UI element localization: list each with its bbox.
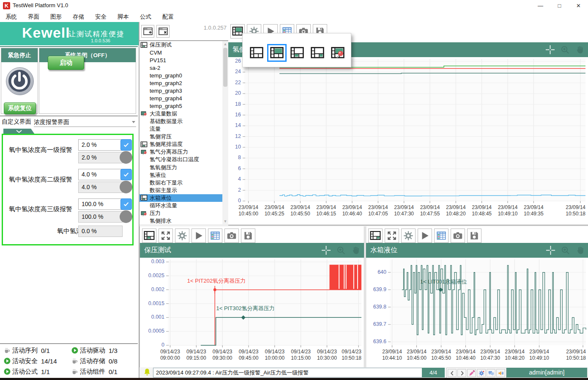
play-button[interactable] [418, 229, 432, 243]
list-item-氢侧尾排温度[interactable]: 氢侧尾排温度 [139, 140, 222, 148]
list-item-CVM[interactable]: CVM [139, 49, 222, 56]
current-user-badge[interactable]: admin[admin] [506, 368, 587, 377]
list-item-氢氧侧压力[interactable]: 氢氧侧压力 [139, 164, 222, 171]
chart-annotation: 1< PIT202氧分离器压力 [187, 277, 246, 285]
start-button[interactable]: 启动 [48, 56, 84, 70]
activity-count: 14/14 [41, 358, 57, 365]
hand-icon[interactable] [351, 245, 361, 255]
system-reset-button[interactable]: 系统复位 [4, 102, 36, 114]
playcircle-icon [3, 368, 11, 375]
layout-option-main[interactable] [267, 44, 287, 62]
list-item-基础数据显示[interactable]: 基础数据显示 [139, 118, 222, 125]
zoom-icon[interactable] [336, 245, 346, 255]
speaker-button[interactable] [496, 369, 505, 377]
tank-level-chart[interactable]: 640639.9639.8639.7639.623/09/1410:44:102… [366, 258, 588, 367]
chev-right-button[interactable] [457, 369, 466, 377]
play-icon [419, 230, 430, 241]
hydrogen-chart[interactable]: 2624222018161412108642023/09/1410:45:002… [228, 57, 588, 225]
list-item-水箱液位[interactable]: 水箱液位 [139, 194, 222, 202]
window-add-button[interactable] [141, 25, 154, 38]
menu-item-安全[interactable]: 安全 [90, 12, 112, 22]
table-button[interactable] [208, 229, 222, 243]
alarm-enabled-checkbox[interactable] [120, 139, 132, 151]
menu-item-公式[interactable]: 公式 [134, 12, 157, 22]
alarm-setpoint-input[interactable]: 100.0 % [78, 198, 123, 210]
expand-button[interactable] [385, 229, 399, 243]
alarm-enabled-checkbox[interactable] [120, 169, 132, 180]
x-axis-tick: 23/09/1410:50:18 [554, 204, 585, 217]
chat-button[interactable] [487, 369, 495, 377]
list-item-temp_graph3[interactable]: temp_graph3 [139, 87, 222, 95]
list-item-氢侧背压[interactable]: 氢侧背压 [139, 133, 222, 140]
gear-button[interactable] [175, 229, 189, 243]
hand-icon[interactable] [575, 45, 585, 55]
custom-ui-row: 自定义界面 浓度报警界面 [0, 116, 139, 127]
list-item-temp_graph4[interactable]: temp_graph4 [139, 95, 222, 102]
layout-option-pinned[interactable] [328, 44, 347, 62]
scrollbar-thumb[interactable] [223, 48, 227, 87]
chev-left-button[interactable] [448, 369, 457, 377]
expand-button[interactable] [159, 229, 173, 243]
alarm-bell-icon[interactable] [143, 368, 151, 377]
list-item-sa-2[interactable]: sa-2 [139, 64, 222, 72]
gear-button[interactable] [401, 229, 416, 243]
list-item-PV151[interactable]: PV151 [139, 56, 222, 64]
list-item-氢液位[interactable]: 氢液位 [139, 171, 222, 179]
layout-option-bottom-left[interactable] [287, 44, 307, 62]
camera-button[interactable] [224, 229, 239, 243]
menu-item-脚本[interactable]: 脚本 [112, 12, 134, 22]
gear-alert-button[interactable] [477, 369, 486, 377]
save-button[interactable] [467, 229, 481, 243]
list-item-大流量数据[interactable]: 大流量数据 [139, 110, 222, 118]
menu-item-存储[interactable]: 存储 [67, 12, 90, 22]
layout-option-bottom-right[interactable] [308, 44, 327, 62]
alarm-setpoint-input[interactable]: 4.0 % [78, 169, 123, 180]
list-item-数据主显示[interactable]: 数据主显示 [139, 187, 222, 194]
list-item-循环水流量[interactable]: 循环水流量 [139, 202, 222, 209]
scroll-up-icon[interactable]: ▲ [222, 41, 228, 47]
alarm-setpoint-input[interactable]: 2.0 % [78, 139, 123, 151]
menu-item-系统[interactable]: 系统 [0, 12, 22, 22]
zoom-icon[interactable] [560, 45, 570, 55]
window-close-button[interactable] [156, 25, 170, 38]
list-item-保压测试[interactable]: 保压测试 [139, 41, 222, 49]
crosshair-icon[interactable] [321, 245, 331, 255]
list-item-氢侧排水[interactable]: 氢侧排水 [139, 217, 222, 224]
list-item-temp_graph5[interactable]: temp_graph5 [139, 102, 222, 110]
layout-option-plain[interactable] [247, 44, 266, 62]
list-item-压力[interactable]: 压力 [139, 209, 222, 217]
brush-button[interactable] [467, 369, 476, 377]
list-item-氢气冷凝器出口温度[interactable]: 氢气冷凝器出口温度 [139, 156, 222, 163]
camera-button[interactable] [451, 229, 465, 243]
emergency-stop-button[interactable] [6, 67, 34, 95]
alarm-label: 氧中氢浓度高二级报警 [9, 176, 72, 184]
menu-item-图形[interactable]: 图形 [45, 12, 67, 22]
alarm-enabled-checkbox[interactable] [120, 198, 132, 210]
scroll-down-icon[interactable]: ▼ [222, 218, 228, 224]
menu-item-配置[interactable]: 配置 [157, 12, 179, 22]
list-scrollbar[interactable]: ▲ ▼ [222, 41, 228, 224]
pressure-hold-toolbar [140, 226, 364, 243]
hand-icon[interactable] [575, 245, 585, 255]
menu-item-界面[interactable]: 界面 [22, 12, 45, 22]
layout-br-button[interactable] [368, 229, 383, 243]
list-item-temp_graph2[interactable]: temp_graph2 [139, 79, 222, 87]
close-button[interactable]: ✕ [569, 0, 588, 11]
layout-bl-button[interactable] [142, 229, 156, 243]
maximize-button[interactable]: □ [550, 0, 569, 11]
list-item-流量[interactable]: 流量 [139, 125, 222, 133]
save-button[interactable] [241, 229, 255, 243]
zoom-icon[interactable] [561, 245, 570, 255]
estop-column: 紧急停止 系统复位 [1, 48, 38, 114]
list-item-temp_graph0[interactable]: temp_graph0 [139, 72, 222, 79]
list-item-数据右下显示[interactable]: 数据右下显示 [139, 179, 222, 187]
custom-ui-select[interactable]: 浓度报警界面 [34, 117, 136, 127]
table-button[interactable] [434, 229, 449, 243]
minimize-button[interactable]: — [531, 0, 550, 11]
brush-icon [468, 370, 475, 377]
play-button[interactable] [191, 229, 206, 243]
list-item-氢气分离器压力[interactable]: 氢气分离器压力 [139, 148, 222, 156]
pressure-hold-chart[interactable]: 0.0030.00250.0020.00150.0010.0005009/14/… [140, 258, 364, 367]
crosshair-icon[interactable] [545, 45, 555, 55]
crosshair-icon[interactable] [546, 245, 555, 255]
